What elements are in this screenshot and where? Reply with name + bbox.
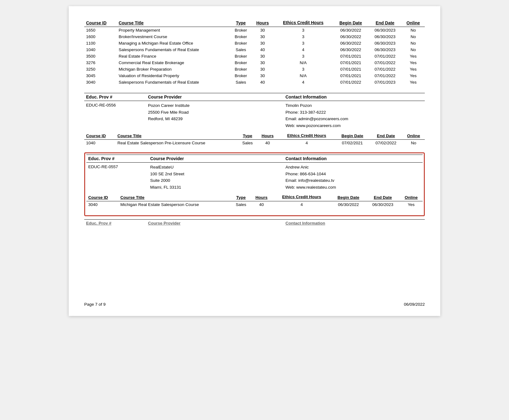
- provider-row-0557: EDUC-RE-0557 RealEstateU100 SE 2nd Stree…: [86, 163, 423, 192]
- cell-end: 07/01/2022: [368, 59, 402, 66]
- cell-type: Broker: [230, 27, 252, 34]
- cell-online: No: [402, 33, 425, 40]
- cell-hours: 30: [252, 66, 274, 72]
- cell-begin: 07/01/2021: [333, 53, 368, 59]
- sub-col-online-0556: Online: [402, 132, 425, 140]
- provider-section-0557: Educ. Prov # Course Provider Contact Inf…: [86, 155, 423, 208]
- sub-col-begin-0556: Begin Date: [335, 132, 369, 140]
- cell-online: Yes: [402, 72, 425, 79]
- cell-type: Sales: [238, 140, 257, 147]
- sub-col-title-0556: Course Title: [115, 132, 238, 140]
- cell-online: No: [402, 140, 425, 147]
- cell-end: 07/02/2022: [369, 140, 402, 147]
- main-course-table: Course ID Course Title Type Hours Ethics…: [84, 19, 425, 85]
- provider-header-0557: Educ. Prov # Course Provider Contact Inf…: [86, 155, 423, 163]
- col-header-course-id: Course ID: [84, 19, 117, 27]
- cell-hours: 40: [252, 79, 274, 85]
- course-provider-label-0557: Course Provider: [150, 156, 285, 161]
- cell-type: Broker: [230, 66, 252, 72]
- cell-type: Sales: [230, 79, 252, 85]
- educ-prov-label-0557: Educ. Prov #: [88, 156, 150, 161]
- table-row: 1600 Broker/Investment Course Broker 30 …: [84, 33, 425, 40]
- cell-end: 06/30/2023: [368, 33, 402, 40]
- cell-end: 06/30/2023: [366, 201, 400, 208]
- cell-begin: 06/30/2022: [333, 33, 368, 40]
- cell-course-id: 3040: [86, 201, 119, 208]
- cell-ethics: 4: [278, 140, 335, 147]
- col-header-type: Type: [230, 19, 252, 27]
- provider-id-0556: EDUC-RE-0556: [86, 102, 148, 107]
- cell-ethics: 4: [272, 201, 331, 208]
- cell-course-id: 3250: [84, 66, 117, 72]
- sub-col-end-0557: End Date: [366, 193, 400, 201]
- cell-end: 07/01/2022: [368, 53, 402, 59]
- cell-hours: 30: [252, 53, 274, 59]
- page-number: Page 7 of 9: [84, 302, 106, 307]
- cell-ethics: 3: [273, 66, 333, 72]
- cell-course-title: Commercial Real Estate Brokerage: [117, 59, 230, 66]
- cell-online: Yes: [402, 66, 425, 72]
- educ-prov-label-0556: Educ. Prov #: [86, 94, 148, 99]
- sub-col-title-0557: Course Title: [119, 193, 231, 201]
- page-date: 06/09/2022: [404, 302, 425, 307]
- cell-course-title: Real Estate Salesperson Pre-Licensure Co…: [115, 140, 238, 147]
- sub-col-end-0556: End Date: [369, 132, 402, 140]
- cell-ethics: N/A: [273, 72, 333, 79]
- cell-begin: 06/30/2022: [333, 46, 368, 53]
- cell-online: Yes: [402, 53, 425, 59]
- footer: Page 7 of 9 06/09/2022: [69, 302, 440, 307]
- bottom-contact-info-label: Contact Information: [285, 221, 423, 225]
- cell-course-title: Broker/Investment Course: [117, 33, 230, 40]
- cell-hours: 30: [252, 59, 274, 66]
- cell-ethics: 3: [273, 27, 333, 34]
- cell-type: Sales: [230, 46, 252, 53]
- cell-hours: 30: [252, 40, 274, 46]
- sub-col-id-0557: Course ID: [86, 193, 119, 201]
- cell-course-title: Valuation of Residential Property: [117, 72, 230, 79]
- cell-course-title: Salespersons Fundamentals of Real Estate: [117, 79, 230, 85]
- cell-course-title: Michigan Broker Preparation: [117, 66, 230, 72]
- cell-begin: 07/01/2021: [333, 66, 368, 72]
- highlighted-box-0557: Educ. Prov # Course Provider Contact Inf…: [84, 152, 425, 216]
- cell-end: 06/30/2023: [368, 46, 402, 53]
- cell-course-id: 3500: [84, 53, 117, 59]
- col-header-ethics: Ethics Credit Hours: [273, 19, 333, 27]
- page: Course ID Course Title Type Hours Ethics…: [69, 6, 440, 316]
- cell-begin: 07/01/2021: [333, 72, 368, 79]
- cell-type: Broker: [230, 72, 252, 79]
- col-header-online: Online: [402, 19, 425, 27]
- cell-course-id: 1650: [84, 27, 117, 34]
- cell-ethics: 3: [273, 33, 333, 40]
- provider-row-0556: EDUC-RE-0556 Pozon Career Institute25500…: [84, 101, 425, 130]
- cell-course-id: 1600: [84, 33, 117, 40]
- contact-info-label-0557: Contact Information: [285, 156, 421, 161]
- sub-col-begin-0557: Begin Date: [331, 193, 366, 201]
- bottom-course-provider-label: Course Provider: [148, 221, 285, 225]
- bottom-educ-prov-label: Educ. Prov #: [86, 221, 148, 225]
- table-row: 1040 Real Estate Salesperson Pre-Licensu…: [84, 140, 425, 147]
- cell-course-id: 1100: [84, 40, 117, 46]
- cell-begin: 07/01/2022: [333, 79, 368, 85]
- course-provider-label-0556: Course Provider: [148, 94, 285, 99]
- cell-begin: 06/30/2022: [333, 27, 368, 34]
- cell-type: Broker: [230, 33, 252, 40]
- cell-online: Yes: [400, 201, 423, 208]
- sub-col-ethics-0557: Ethics Credit Hours: [272, 193, 331, 201]
- col-header-hours: Hours: [252, 19, 274, 27]
- cell-end: 06/30/2023: [368, 27, 402, 34]
- provider-section-0556: Educ. Prov # Course Provider Contact Inf…: [84, 93, 425, 146]
- col-header-end-date: End Date: [368, 19, 402, 27]
- cell-hours: 40: [257, 140, 278, 147]
- cell-online: No: [402, 40, 425, 46]
- cell-type: Broker: [230, 53, 252, 59]
- cell-begin: 07/01/2021: [333, 59, 368, 66]
- sub-col-online-0557: Online: [400, 193, 423, 201]
- cell-online: No: [402, 46, 425, 53]
- sub-table-0556: Course ID Course Title Type Hours Ethics…: [84, 132, 425, 147]
- cell-online: Yes: [402, 59, 425, 66]
- col-header-begin-date: Begin Date: [333, 19, 368, 27]
- cell-course-title: Salespersons Fundamentals of Real Estate: [117, 46, 230, 53]
- sub-col-type-0557: Type: [231, 193, 251, 201]
- cell-hours: 30: [252, 72, 274, 79]
- cell-course-id: 3276: [84, 59, 117, 66]
